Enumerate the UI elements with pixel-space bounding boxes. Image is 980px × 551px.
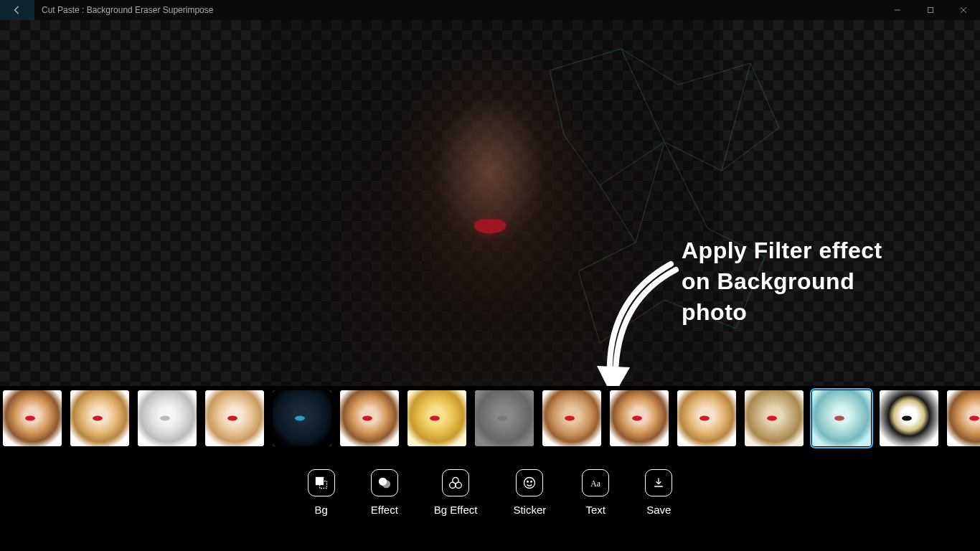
filter-thumb-13[interactable] xyxy=(812,390,871,446)
back-icon[interactable] xyxy=(0,0,34,20)
svg-line-4 xyxy=(621,49,664,142)
bg-effect-button[interactable]: Bg Effect xyxy=(434,469,478,516)
callout-line-2: on Background xyxy=(682,266,882,297)
filter-thumb-7[interactable] xyxy=(407,390,466,446)
svg-point-12 xyxy=(450,482,456,488)
callout-line-1: Apply Filter effect xyxy=(682,235,882,266)
filter-thumb-12[interactable] xyxy=(745,390,804,446)
window-controls xyxy=(881,0,980,20)
effect-icon xyxy=(371,469,398,496)
callout-text: Apply Filter effect on Background photo xyxy=(682,235,882,329)
filter-thumb-9[interactable] xyxy=(542,390,601,446)
save-icon xyxy=(645,469,672,496)
bg-label: Bg xyxy=(315,504,328,516)
filter-thumb-15[interactable] xyxy=(947,390,980,446)
filter-thumb-3[interactable] xyxy=(138,390,197,446)
svg-point-13 xyxy=(456,482,461,488)
filter-strip[interactable] xyxy=(0,386,980,451)
filter-thumb-4[interactable] xyxy=(205,390,264,446)
sticker-label: Sticker xyxy=(513,504,546,516)
text-label: Text xyxy=(586,504,606,516)
filter-thumb-11[interactable] xyxy=(677,390,736,446)
close-button[interactable] xyxy=(947,0,980,20)
text-icon: Aa xyxy=(582,469,609,496)
filter-thumb-1[interactable] xyxy=(3,390,62,446)
callout-line-3: photo xyxy=(682,297,882,328)
svg-line-5 xyxy=(722,63,750,171)
window-title: Cut Paste : Background Eraser Superimpos… xyxy=(34,5,213,15)
effect-button[interactable]: Effect xyxy=(371,469,398,516)
filter-thumb-2[interactable] xyxy=(70,390,129,446)
filter-thumb-14[interactable] xyxy=(880,390,938,446)
bg-button[interactable]: Bg xyxy=(308,469,335,516)
svg-point-16 xyxy=(531,481,532,483)
text-button[interactable]: Aa Text xyxy=(582,469,609,516)
svg-rect-1 xyxy=(928,8,933,13)
svg-line-6 xyxy=(600,185,636,242)
callout-arrow-icon xyxy=(588,257,689,400)
filter-thumb-5[interactable] xyxy=(273,390,331,446)
bg-icon xyxy=(308,469,335,496)
maximize-button[interactable] xyxy=(914,0,947,20)
filter-thumb-10[interactable] xyxy=(610,390,669,446)
bg-effect-icon xyxy=(442,469,469,496)
filter-thumb-6[interactable] xyxy=(340,390,399,446)
bg-effect-label: Bg Effect xyxy=(434,504,478,516)
save-button[interactable]: Save xyxy=(645,469,672,516)
bottom-toolbar: Bg Effect Bg Effect Sticker Aa Text Save xyxy=(0,451,980,551)
sticker-button[interactable]: Sticker xyxy=(513,469,546,516)
titlebar: Cut Paste : Background Eraser Superimpos… xyxy=(0,0,980,20)
svg-point-10 xyxy=(382,481,390,488)
save-label: Save xyxy=(646,504,671,516)
minimize-button[interactable] xyxy=(881,0,914,20)
svg-text:Aa: Aa xyxy=(591,479,601,489)
effect-label: Effect xyxy=(371,504,398,516)
sticker-icon xyxy=(516,469,543,496)
svg-point-15 xyxy=(527,481,529,483)
filter-thumb-8[interactable] xyxy=(475,390,534,446)
svg-point-14 xyxy=(524,478,535,489)
